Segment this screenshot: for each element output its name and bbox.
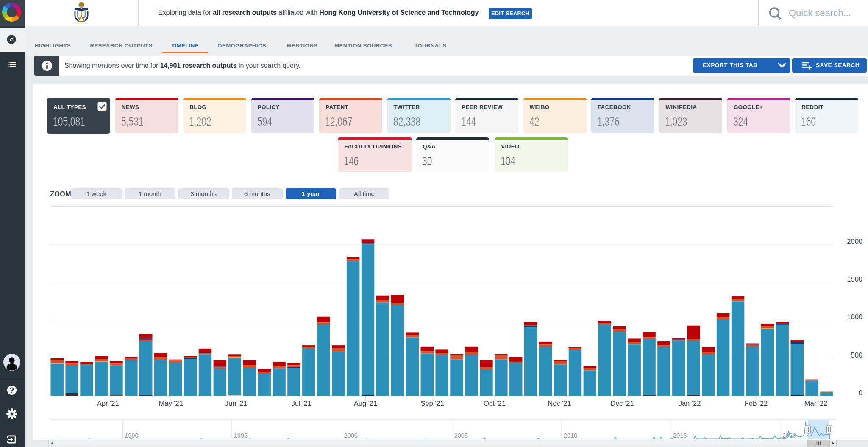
svg-text:Feb '22: Feb '22: [745, 400, 768, 407]
svg-text:1995: 1995: [234, 432, 248, 439]
svg-text:Jun '21: Jun '21: [225, 400, 248, 407]
svg-text:1000: 1000: [847, 313, 862, 321]
svg-text:0: 0: [859, 389, 862, 397]
svg-text:2010: 2010: [564, 432, 577, 439]
svg-text:Sep '21: Sep '21: [420, 400, 444, 407]
svg-text:Mar '22: Mar '22: [804, 400, 828, 407]
svg-text:2000: 2000: [344, 432, 358, 439]
svg-text:Apr '21: Apr '21: [97, 400, 119, 407]
svg-text:Aug '21: Aug '21: [354, 400, 377, 407]
svg-text:2000: 2000: [847, 237, 862, 245]
svg-text:Oct '21: Oct '21: [484, 400, 506, 407]
svg-text:Dec '21: Dec '21: [610, 400, 634, 407]
svg-text:2005: 2005: [454, 432, 468, 439]
svg-text:1500: 1500: [847, 275, 862, 283]
svg-text:Nov '21: Nov '21: [548, 400, 571, 407]
svg-text:May '21: May '21: [159, 400, 183, 407]
svg-text:500: 500: [851, 351, 862, 359]
svg-text:2015: 2015: [673, 432, 687, 439]
svg-text:Jan '22: Jan '22: [679, 400, 701, 407]
svg-text:Jul '21: Jul '21: [291, 400, 311, 407]
